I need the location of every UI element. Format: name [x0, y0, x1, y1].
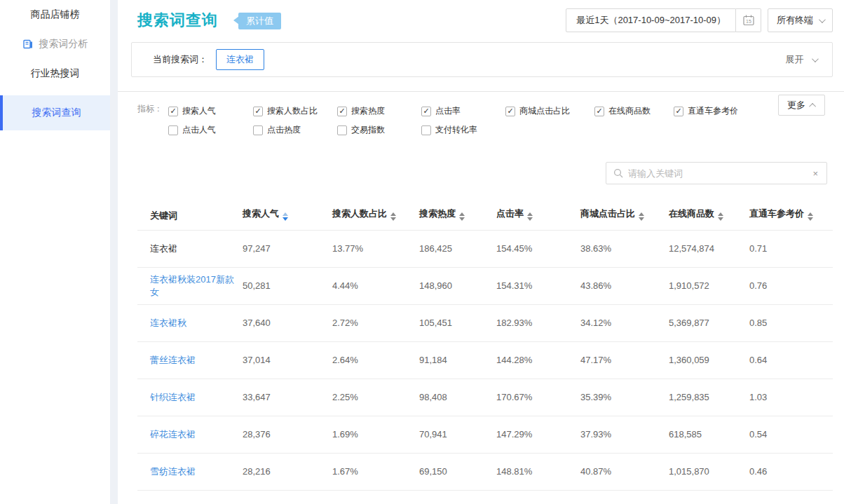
value-cell-商城点击占比: 43.86%: [580, 267, 669, 304]
value-cell-搜索热度: 70,941: [419, 416, 496, 453]
keyword-link[interactable]: 碎花连衣裙: [150, 429, 196, 440]
keyword-cell: 针织连衣裙: [137, 379, 243, 416]
metric-option-搜索热度[interactable]: ✓搜索热度: [337, 105, 421, 117]
column-header-点击率[interactable]: 点击率: [496, 202, 580, 230]
date-range-button[interactable]: 最近1天（2017-10-09~2017-10-09）: [566, 8, 736, 32]
column-header-直通车参考价[interactable]: 直通车参考价: [749, 202, 833, 230]
value-cell-直通车参考价: 0.85: [749, 304, 833, 341]
checkbox-checked-icon[interactable]: ✓: [594, 107, 604, 116]
value-cell-点击率: 147.29%: [496, 416, 580, 453]
metric-option-支付转化率[interactable]: 支付转化率: [421, 124, 505, 136]
table-row: 连衣裙97,24713.77%186,425154.45%38.63%12,57…: [137, 230, 833, 267]
checkbox-unchecked-icon[interactable]: [253, 125, 263, 135]
current-keyword-chip[interactable]: 连衣裙: [216, 49, 264, 70]
metric-label: 搜索人气: [182, 105, 216, 117]
keyword-link[interactable]: 蕾丝连衣裙: [150, 355, 196, 365]
value-cell-搜索人数占比: 2.64%: [332, 341, 419, 379]
metric-label: 点击率: [435, 105, 461, 117]
value-cell-搜索人数占比: 2.72%: [332, 304, 419, 341]
value-cell-直通车参考价: 0.71: [749, 230, 833, 267]
more-metrics-button[interactable]: 更多: [778, 95, 825, 116]
metric-option-交易指数[interactable]: 交易指数: [337, 124, 421, 136]
expand-toggle[interactable]: 展开: [785, 53, 817, 66]
keyword-link[interactable]: 针织连衣裙: [150, 392, 196, 402]
page: 商品店铺榜搜索词分析行业热搜词搜索词查询 搜索词查询 累计值 最近1天（2017…: [0, 0, 844, 504]
sidebar-item-搜索词查询[interactable]: 搜索词查询: [0, 95, 110, 130]
metrics-panel: 指标： ✓搜索人气✓搜索人数占比✓搜索热度✓点击率✓商城点击占比✓在线商品数✓直…: [118, 92, 844, 138]
checkbox-unchecked-icon[interactable]: [337, 125, 347, 135]
value-cell-点击率: 144.28%: [496, 341, 580, 379]
checkbox-checked-icon[interactable]: ✓: [253, 107, 263, 116]
keyword-link[interactable]: 连衣裙秋: [150, 318, 186, 328]
metric-option-搜索人数占比[interactable]: ✓搜索人数占比: [253, 105, 337, 117]
column-label: 直通车参考价: [749, 208, 804, 219]
sort-icon[interactable]: [459, 210, 465, 224]
value-cell-搜索热度: 98,408: [419, 379, 496, 416]
column-label: 点击率: [496, 208, 524, 219]
terminal-select[interactable]: 所有终端: [768, 8, 833, 32]
metric-option-点击热度[interactable]: 点击热度: [253, 124, 337, 136]
sidebar-item-商品店铺榜[interactable]: 商品店铺榜: [0, 0, 110, 29]
checkbox-unchecked-icon[interactable]: [421, 125, 431, 135]
value-cell-在线商品数: 1,015,870: [669, 453, 749, 490]
chevron-down-icon: [812, 55, 819, 62]
value-cell-商城点击占比: 47.17%: [580, 341, 669, 379]
metric-option-直通车参考价[interactable]: ✓直通车参考价: [674, 105, 758, 117]
chevron-down-icon: [819, 16, 826, 23]
checkbox-checked-icon[interactable]: ✓: [674, 107, 683, 116]
metrics-label: 指标：: [137, 103, 163, 115]
column-label: 关键词: [150, 210, 177, 221]
checkbox-checked-icon[interactable]: ✓: [337, 107, 347, 116]
main-content: 搜索词查询 累计值 最近1天（2017-10-09~2017-10-09） 15: [118, 0, 844, 504]
sidebar-item-搜索词分析[interactable]: 搜索词分析: [0, 29, 110, 59]
value-cell-搜索人数占比: 4.44%: [332, 267, 419, 304]
sidebar-item-label: 商品店铺榜: [31, 8, 80, 21]
sidebar-item-行业热搜词[interactable]: 行业热搜词: [0, 59, 110, 88]
column-header-在线商品数[interactable]: 在线商品数: [669, 202, 749, 230]
metric-option-搜索人气[interactable]: ✓搜索人气: [168, 105, 253, 117]
calendar-button[interactable]: 15: [736, 8, 761, 32]
top-controls: 最近1天（2017-10-09~2017-10-09） 15 所有终端: [566, 8, 833, 32]
column-header-商城点击占比[interactable]: 商城点击占比: [580, 202, 669, 230]
column-header-关键词: 关键词: [137, 202, 243, 230]
column-header-搜索人数占比[interactable]: 搜索人数占比: [332, 202, 419, 230]
column-header-搜索人气[interactable]: 搜索人气: [243, 202, 332, 230]
clear-input-icon[interactable]: ×: [811, 168, 819, 179]
keyword-link[interactable]: 连衣裙秋装2017新款女: [150, 274, 234, 297]
value-cell-搜索人数占比: 1.67%: [332, 453, 419, 490]
keyword-cell: 雪纺连衣裙: [137, 453, 243, 490]
value-cell-搜索热度: 186,425: [419, 230, 496, 267]
metric-option-点击率[interactable]: ✓点击率: [421, 105, 505, 117]
value-cell-直通车参考价: 1.03: [749, 379, 833, 416]
checkbox-checked-icon[interactable]: ✓: [168, 107, 178, 116]
value-cell-直通车参考价: 0.46: [749, 453, 833, 490]
metric-label: 在线商品数: [608, 105, 651, 117]
value-cell-商城点击占比: 35.39%: [580, 379, 669, 416]
value-cell-搜索人气: 37,640: [243, 304, 332, 341]
value-cell-在线商品数: 618,585: [669, 416, 749, 453]
keyword-cell: 连衣裙秋: [137, 304, 243, 341]
value-cell-商城点击占比: 38.63%: [580, 230, 669, 267]
value-cell-点击率: 148.81%: [496, 453, 580, 490]
sort-icon[interactable]: [390, 210, 396, 224]
keyword-cell: 连衣裙: [137, 230, 243, 267]
metric-option-在线商品数[interactable]: ✓在线商品数: [594, 105, 674, 117]
keyword-link[interactable]: 雪纺连衣裙: [150, 466, 196, 477]
metric-option-点击人气[interactable]: 点击人气: [168, 124, 253, 136]
metric-option-商城点击占比[interactable]: ✓商城点击占比: [505, 105, 594, 117]
checkbox-checked-icon[interactable]: ✓: [505, 107, 515, 116]
column-label: 搜索人气: [243, 208, 279, 219]
value-cell-搜索热度: 69,150: [419, 453, 496, 490]
sort-icon[interactable]: [527, 210, 533, 224]
sort-icon[interactable]: [718, 210, 723, 224]
metric-label: 支付转化率: [435, 124, 477, 136]
keyword-search-input[interactable]: [628, 168, 811, 179]
sort-icon[interactable]: [639, 210, 644, 224]
sort-icon[interactable]: [283, 210, 288, 224]
topbar: 搜索词查询 累计值 最近1天（2017-10-09~2017-10-09） 15: [118, 0, 844, 42]
keyword-text: 连衣裙: [150, 243, 177, 254]
sort-icon[interactable]: [808, 210, 813, 224]
checkbox-checked-icon[interactable]: ✓: [421, 107, 431, 116]
checkbox-unchecked-icon[interactable]: [168, 125, 178, 135]
column-header-搜索热度[interactable]: 搜索热度: [419, 202, 496, 230]
